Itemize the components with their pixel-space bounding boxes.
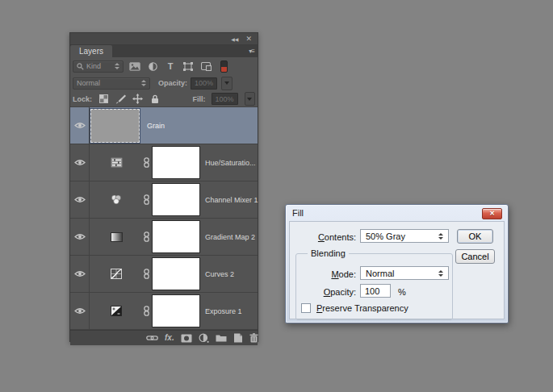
link-layers-icon[interactable] [146,335,158,341]
ok-button[interactable]: OK [457,229,493,244]
layer-mask-thumbnail[interactable] [152,183,200,216]
layer-mask-thumbnail[interactable] [152,146,200,179]
lock-position-move-icon[interactable] [132,94,144,105]
layers-panel: ◀◀ ✕ Layers ▾≡ Kind T [69,32,258,342]
layer-name: Grain [147,122,165,130]
preserve-transparency-checkbox[interactable] [301,303,311,313]
visibility-toggle[interactable] [70,107,90,144]
eye-icon [74,122,86,129]
add-layer-mask-icon[interactable] [181,334,192,343]
layer-name: Channel Mixer 1 [205,196,258,204]
mask-link-icon[interactable] [144,157,149,168]
mask-link-icon[interactable] [144,306,149,316]
new-layer-icon[interactable] [233,333,243,343]
delete-layer-trash-icon[interactable] [249,333,258,343]
gradient-map-icon[interactable] [110,232,123,242]
eye-icon [74,270,86,277]
visibility-toggle[interactable] [70,219,90,255]
contents-label: Contents: [296,232,356,242]
layer-list: Grain Hue/Saturatio... [70,106,258,330]
filter-smart-object-icon[interactable] [199,60,212,73]
visibility-toggle[interactable] [70,293,90,329]
dialog-body: Contents: 50% Gray OK Cancel Blending Mo… [289,221,505,319]
layer-row-gradient-map[interactable]: Gradient Map 2 [70,219,258,256]
dialog-title: Fill [292,208,304,218]
layer-mask-thumbnail[interactable] [152,294,200,327]
preserve-transparency-label: Preserve Transparency [316,303,438,313]
percent-label: % [398,287,409,297]
opacity-dropdown-button[interactable] [221,77,233,90]
panel-top-strip: ◀◀ ✕ [70,33,258,45]
opacity-input[interactable] [360,284,391,298]
lock-pixels-brush-icon[interactable] [115,94,126,105]
layer-row-grain[interactable]: Grain [70,107,258,144]
contents-value: 50% Gray [366,231,405,241]
exposure-icon[interactable] [110,306,123,316]
collapse-panel-icon[interactable]: ◀◀ [231,36,238,42]
close-panel-icon[interactable]: ✕ [245,35,252,43]
blend-mode-dropdown[interactable]: Normal [73,77,150,90]
contents-dropdown[interactable]: 50% Gray [360,229,449,243]
visibility-toggle[interactable] [70,256,90,292]
eye-icon [74,196,86,203]
visibility-toggle[interactable] [70,181,90,218]
layer-mask-thumbnail[interactable] [152,257,200,290]
layer-name: Curves 2 [205,270,234,278]
layer-row-curves[interactable]: Curves 2 [70,256,258,293]
layer-name: Exposure 1 [205,307,242,315]
tab-layers[interactable]: Layers [70,45,112,57]
lock-transparency-icon[interactable] [98,94,109,105]
opacity-value[interactable]: 100% [191,77,217,90]
mask-link-icon[interactable] [144,231,149,242]
filter-kind-dropdown[interactable]: Kind [73,60,124,73]
hue-saturation-icon[interactable] [110,157,123,168]
blending-group-label: Blending [308,248,349,258]
fill-label: Fill: [193,95,206,103]
fx-glyph: fx. [165,334,174,342]
layer-style-fx-icon[interactable]: fx. [165,334,174,342]
layer-row-exposure[interactable]: Exposure 1 [70,293,258,330]
mode-dropdown[interactable]: Normal [360,266,449,280]
layer-row-hue-saturation[interactable]: Hue/Saturatio... [70,144,258,181]
filter-kind-label: Kind [86,62,101,70]
mask-link-icon[interactable] [144,269,149,279]
mode-label: Mode: [304,269,356,279]
lock-label: Lock: [73,95,92,103]
eye-icon [74,233,86,240]
layer-row-channel-mixer[interactable]: Channel Mixer 1 [70,181,258,219]
filter-pixel-layers-icon[interactable] [128,60,141,73]
curves-icon[interactable] [110,269,123,279]
dropdown-arrows-icon [438,270,443,277]
blend-mode-value: Normal [77,79,100,87]
type-glyph: T [168,62,174,71]
fill-dialog: Fill ✕ Contents: 50% Gray OK Cancel Blen… [285,204,509,323]
cancel-button[interactable]: Cancel [455,249,495,264]
dialog-title-bar[interactable]: Fill [286,205,508,220]
filter-adjustment-layers-icon[interactable] [146,60,159,73]
mask-link-icon[interactable] [144,194,149,205]
layer-mask-thumbnail[interactable] [152,220,200,253]
visibility-toggle[interactable] [70,144,90,181]
search-icon [77,63,84,70]
eye-icon [74,159,86,166]
fill-value[interactable]: 100% [212,93,238,105]
new-group-folder-icon[interactable] [216,334,227,342]
filter-toggle-icon[interactable] [217,60,230,73]
fill-dropdown-button[interactable] [245,92,256,106]
opacity-label: Opacity: [158,79,187,87]
layer-name: Hue/Saturatio... [205,159,256,167]
dialog-close-button[interactable]: ✕ [482,208,502,219]
channel-mixer-icon[interactable] [110,194,123,205]
layer-filter-row: Kind T [70,57,258,75]
filter-type-layers-icon[interactable]: T [164,60,177,73]
layer-thumbnail[interactable] [90,109,140,143]
new-adjustment-layer-icon[interactable] [199,333,209,343]
panel-menu-icon[interactable]: ▾≡ [249,48,254,55]
eye-icon [74,307,86,315]
layer-name: Gradient Map 2 [205,233,255,241]
lock-all-padlock-icon[interactable] [149,94,161,105]
panel-tab-row: Layers ▾≡ [70,45,258,57]
filter-shape-layers-icon[interactable] [182,60,195,73]
close-icon: ✕ [489,211,495,217]
mode-value: Normal [366,269,394,278]
